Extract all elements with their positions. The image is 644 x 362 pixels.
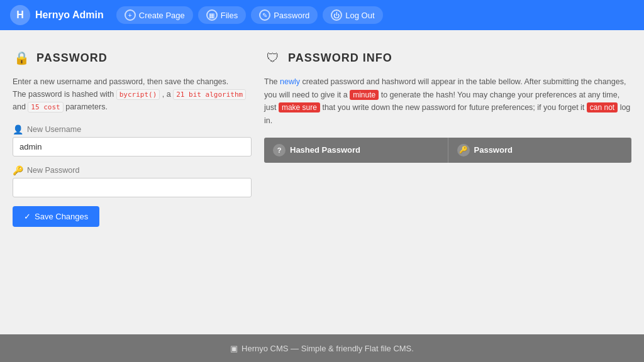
password-label-text: New Password: [27, 166, 79, 175]
password-field-group: 🔑 New Password: [13, 165, 252, 197]
panel-title: 🔒 PASSWORD: [13, 49, 252, 67]
save-label: Save Changes: [35, 212, 88, 221]
nav-create-page[interactable]: + Create Page: [116, 6, 193, 24]
files-icon: ▦: [206, 9, 218, 21]
password-col-label: Password: [474, 145, 513, 155]
checkmark-icon: ✓: [24, 212, 31, 221]
desc-text-5: and: [13, 102, 26, 111]
badge-cannot: can not: [587, 102, 618, 112]
username-input[interactable]: [13, 137, 252, 156]
nav-create-page-label: Create Page: [139, 11, 185, 20]
password-label: 🔑 New Password: [13, 165, 252, 175]
header: H Hernyo Admin + Create Page ▦ Files ✎ P…: [0, 0, 644, 30]
nav-logout-label: Log Out: [345, 11, 374, 20]
footer-logo-icon: ▣: [230, 344, 238, 353]
nav-files-label: Files: [221, 11, 238, 20]
code-bycript: bycript(): [116, 89, 160, 100]
username-field-group: 👤 New Username: [13, 124, 252, 156]
question-icon: ?: [273, 144, 286, 156]
shield-icon: 🛡: [264, 49, 282, 67]
site-title: Hernyo Admin: [35, 9, 104, 21]
code-21bit: 21 bit algorithm: [173, 89, 246, 100]
nav-logout[interactable]: ⏻ Log Out: [323, 6, 382, 24]
password-icon: ✎: [259, 9, 270, 21]
info-text-3: that you write down the new password for…: [320, 103, 587, 112]
nav-files[interactable]: ▦ Files: [198, 6, 246, 24]
user-icon: 👤: [13, 124, 23, 134]
main-content: 🔒 PASSWORD Enter a new username and pass…: [0, 30, 644, 334]
info-panel-heading: PASSWORD INFO: [288, 52, 392, 65]
footer-text: Hernyo CMS — Simple & friendly Flat file…: [242, 344, 414, 353]
info-panel-title: 🛡 PASSWORD INFO: [264, 49, 631, 67]
logo-circle: H: [10, 5, 30, 25]
key-col-icon: 🔑: [457, 144, 470, 156]
hashed-password-col: ? Hashed Password: [264, 138, 448, 163]
panel-description: Enter a new username and password, then …: [13, 75, 252, 113]
logo-letter: H: [16, 9, 24, 21]
desc-text-1: Enter a new username and password, then …: [13, 77, 228, 86]
key-icon: 🔑: [13, 165, 23, 175]
footer: ▣ Hernyo CMS — Simple & friendly Flat fi…: [0, 334, 644, 362]
nav-password[interactable]: ✎ Password: [251, 6, 318, 24]
logout-icon: ⏻: [331, 9, 342, 21]
password-input[interactable]: [13, 178, 252, 197]
password-panel: 🔒 PASSWORD Enter a new username and pass…: [13, 49, 252, 315]
create-page-icon: +: [125, 9, 136, 21]
badge-minute: minute: [350, 90, 379, 100]
password-col: 🔑 Password: [448, 138, 632, 163]
badge-make-sure: make sure: [279, 102, 320, 112]
code-15cost: 15 cost: [28, 102, 63, 112]
desc-text-2: The password is hashed with: [13, 90, 114, 99]
save-changes-button[interactable]: ✓ Save Changes: [13, 206, 99, 227]
password-table-header: ? Hashed Password 🔑 Password: [264, 138, 631, 163]
desc-text-3: , a: [162, 90, 171, 99]
hashed-password-label: Hashed Password: [290, 145, 360, 155]
username-label-text: New Username: [27, 125, 81, 134]
footer-branding: ▣ Hernyo CMS — Simple & friendly Flat fi…: [230, 344, 414, 353]
lock-icon: 🔒: [13, 49, 30, 67]
username-label: 👤 New Username: [13, 124, 252, 134]
nav-password-label: Password: [274, 11, 309, 20]
panel-heading: PASSWORD: [36, 52, 108, 65]
password-info-panel: 🛡 PASSWORD INFO The newly created passwo…: [264, 49, 631, 315]
desc-text-6: parameters.: [65, 102, 108, 111]
info-description: The newly created password and hashword …: [264, 75, 631, 128]
